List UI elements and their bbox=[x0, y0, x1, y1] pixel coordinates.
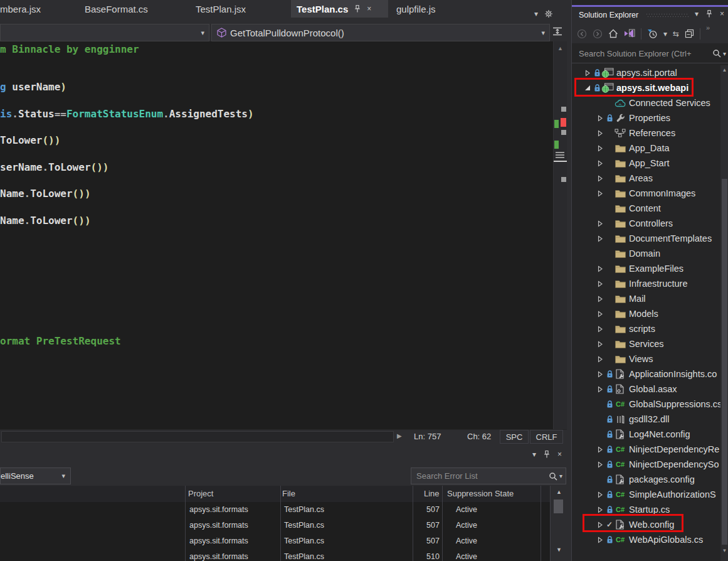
column-header-file[interactable]: File bbox=[282, 489, 295, 498]
tree-item-WebApiGlobals.cs[interactable]: C#WebApiGlobals.cs bbox=[572, 532, 720, 547]
chevron-down-icon[interactable]: ▾ bbox=[695, 10, 699, 18]
home-icon[interactable] bbox=[608, 29, 618, 38]
expander-collapsed[interactable] bbox=[595, 280, 605, 287]
expander-collapsed[interactable] bbox=[595, 537, 605, 543]
arrow-collapsed-icon[interactable] bbox=[597, 220, 603, 227]
tree-item-Infraestructure[interactable]: Infraestructure bbox=[572, 276, 720, 291]
expander-collapsed[interactable] bbox=[595, 341, 605, 348]
scroll-up-icon[interactable]: ▲ bbox=[720, 67, 728, 73]
tree-item-Global.asax[interactable]: Global.asax bbox=[572, 382, 720, 397]
expander-collapsed[interactable] bbox=[595, 115, 605, 122]
status-line-ending[interactable]: CRLF bbox=[530, 430, 563, 444]
expander-collapsed[interactable] bbox=[595, 175, 605, 182]
arrow-collapsed-icon[interactable] bbox=[597, 280, 603, 287]
expander-collapsed[interactable] bbox=[595, 311, 605, 318]
arrow-collapsed-icon[interactable] bbox=[597, 386, 603, 393]
expander-collapsed[interactable] bbox=[595, 265, 605, 272]
arrow-collapsed-icon[interactable] bbox=[597, 506, 603, 513]
arrow-collapsed-icon[interactable] bbox=[597, 446, 603, 453]
arrow-collapsed-icon[interactable] bbox=[597, 537, 603, 543]
tree-item-CommonImages[interactable]: CommonImages bbox=[572, 186, 720, 201]
split-window-icon[interactable] bbox=[552, 26, 562, 36]
scroll-up-icon[interactable]: ▲ bbox=[554, 45, 567, 51]
tree-item-Content[interactable]: Content bbox=[572, 201, 720, 216]
arrow-collapsed-icon[interactable] bbox=[597, 160, 603, 167]
arrow-collapsed-icon[interactable] bbox=[597, 190, 603, 197]
expander-collapsed[interactable] bbox=[595, 220, 605, 227]
solution-explorer-search[interactable]: Search Solution Explorer (Ctrl+ ▾ bbox=[572, 44, 728, 63]
tree-item-NinjectDependencySo[interactable]: C#NinjectDependencySo bbox=[572, 457, 720, 472]
close-icon[interactable]: × bbox=[557, 451, 562, 458]
column-header-project[interactable]: Project bbox=[188, 489, 213, 498]
arrow-collapsed-icon[interactable] bbox=[597, 491, 603, 498]
expander-collapsed[interactable] bbox=[595, 296, 605, 302]
tree-item-Views[interactable]: Views bbox=[572, 351, 720, 366]
expander-collapsed[interactable] bbox=[595, 446, 605, 453]
tree-item-Services[interactable]: Services bbox=[572, 336, 720, 351]
intellisense-dropdown[interactable]: elliSense ▾ bbox=[0, 468, 71, 484]
tree-item-Domain[interactable]: Domain bbox=[572, 246, 720, 261]
solution-explorer-scrollbar[interactable]: ▲ ▼ bbox=[720, 65, 728, 561]
member-dropdown[interactable]: GetTotalPulldownProtocol() ▾ bbox=[211, 24, 550, 41]
tree-item-Controllers[interactable]: Controllers bbox=[572, 216, 720, 231]
tab-mbera.jsx[interactable]: mbera.jsx bbox=[0, 0, 76, 18]
tab-BaseFormat.cs[interactable]: BaseFormat.cs bbox=[79, 0, 187, 18]
arrow-collapsed-icon[interactable] bbox=[597, 356, 603, 363]
chevron-down-small-icon[interactable]: ▾ bbox=[663, 30, 667, 38]
expander-collapsed[interactable] bbox=[595, 326, 605, 333]
tree-item-Connected Services[interactable]: Connected Services bbox=[572, 95, 720, 110]
error-list-row[interactable]: apsys.sit.formatsTestPlan.cs507Active bbox=[0, 502, 549, 518]
scroll-down-icon[interactable]: ▼ bbox=[551, 547, 567, 553]
expander-collapsed[interactable] bbox=[583, 70, 593, 77]
tab-TestPlan.jsx[interactable]: TestPlan.jsx bbox=[190, 0, 288, 18]
arrow-collapsed-icon[interactable] bbox=[597, 311, 603, 318]
expander-collapsed[interactable] bbox=[595, 160, 605, 167]
error-list-search[interactable]: Search Error List ▾ bbox=[411, 468, 566, 484]
chevron-down-icon[interactable]: ▾ bbox=[534, 10, 538, 18]
tree-item-ApplicationInsights.co[interactable]: ApplicationInsights.co bbox=[572, 366, 720, 382]
arrow-collapsed-icon[interactable] bbox=[597, 145, 603, 152]
drag-grip[interactable] bbox=[646, 14, 689, 18]
error-list-row[interactable]: apsys.sit.formatsTestPlan.cs507Active bbox=[0, 518, 549, 533]
error-list-row[interactable]: apsys.sit.formatsTestPlan.cs507Active bbox=[0, 533, 549, 549]
chevron-down-icon[interactable]: ▾ bbox=[532, 451, 536, 458]
tree-item-ExampleFiles[interactable]: ExampleFiles bbox=[572, 261, 720, 276]
expander-collapsed[interactable] bbox=[595, 386, 605, 393]
pin-icon[interactable] bbox=[354, 4, 361, 13]
tree-item-App_Start[interactable]: App_Start bbox=[572, 156, 720, 171]
expander-collapsed[interactable] bbox=[595, 130, 605, 137]
tree-item-App_Data[interactable]: App_Data bbox=[572, 141, 720, 156]
search-icon[interactable] bbox=[549, 472, 557, 481]
column-header-suppression-state[interactable]: Suppression State bbox=[447, 489, 514, 498]
expander-collapsed[interactable] bbox=[595, 356, 605, 363]
tab-gulpfile.js[interactable]: gulpfile.js bbox=[391, 0, 483, 18]
tree-item-Properties[interactable]: Properties bbox=[572, 110, 720, 126]
arrow-collapsed-icon[interactable] bbox=[597, 175, 603, 182]
scrollbar-thumb[interactable] bbox=[556, 152, 564, 159]
tree-item-Areas[interactable]: Areas bbox=[572, 171, 720, 186]
arrow-collapsed-icon[interactable] bbox=[597, 115, 603, 122]
error-list-scrollbar[interactable]: ▲ ▼ bbox=[550, 486, 567, 561]
forward-icon[interactable] bbox=[593, 29, 603, 39]
expander-collapsed[interactable] bbox=[595, 235, 605, 242]
overflow-icon[interactable]: » bbox=[706, 24, 710, 31]
arrow-collapsed-icon[interactable] bbox=[597, 130, 603, 137]
status-spaces[interactable]: SPC bbox=[500, 430, 529, 444]
tree-item-gsdll32.dll[interactable]: gsdll32.dll bbox=[572, 412, 720, 427]
tree-item-References[interactable]: References bbox=[572, 126, 720, 141]
arrow-collapsed-icon[interactable] bbox=[597, 235, 603, 242]
tree-item-packages.config[interactable]: packages.config bbox=[572, 472, 720, 487]
horizontal-scrollbar[interactable] bbox=[1, 431, 394, 442]
arrow-collapsed-icon[interactable] bbox=[597, 461, 603, 468]
expander-collapsed[interactable] bbox=[595, 491, 605, 498]
tree-item-Mail[interactable]: Mail bbox=[572, 291, 720, 306]
scroll-right-icon[interactable]: ▶ bbox=[397, 432, 402, 439]
history-icon[interactable] bbox=[647, 29, 658, 39]
expander-collapsed[interactable] bbox=[595, 371, 605, 378]
sync-active-document-icon[interactable] bbox=[624, 29, 635, 38]
error-list-row[interactable]: apsys.sit.formatsTestPlan.cs510Active bbox=[0, 549, 549, 561]
arrow-collapsed-icon[interactable] bbox=[597, 265, 603, 272]
pin-icon[interactable] bbox=[705, 9, 713, 18]
arrow-collapsed-icon[interactable] bbox=[597, 371, 603, 378]
tree-item-Log4Net.config[interactable]: Log4Net.config bbox=[572, 427, 720, 442]
